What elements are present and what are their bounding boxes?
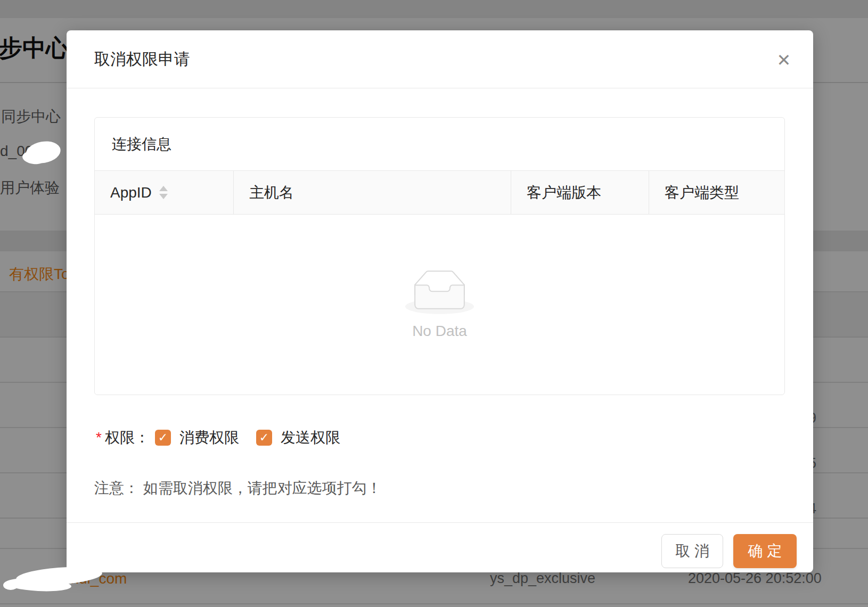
- panel-title: 连接信息: [95, 118, 784, 171]
- permission-label: 权限：: [105, 428, 150, 448]
- note-text: 注意： 如需取消权限，请把对应选项打勾！: [94, 478, 382, 498]
- column-header-appid[interactable]: AppID: [95, 171, 234, 214]
- redaction-scribble: [3, 580, 18, 590]
- confirm-button[interactable]: 确 定: [733, 534, 797, 568]
- checkbox-send-permission[interactable]: ✓: [256, 430, 272, 446]
- cancel-button[interactable]: 取 消: [661, 534, 723, 568]
- send-permission-label: 发送权限: [281, 428, 340, 448]
- cancel-permission-modal: 取消权限申请 ✕ 连接信息 AppID 主机名 客户端版本: [67, 30, 813, 572]
- connection-info-panel: 连接信息 AppID 主机名 客户端版本 客户端类型: [94, 117, 785, 395]
- empty-inbox-icon: [405, 270, 474, 314]
- column-header-client-type: 客户端类型: [649, 171, 784, 214]
- column-header-hostname: 主机名: [234, 171, 511, 214]
- caret-up-icon: [159, 186, 168, 191]
- modal-title: 取消权限申请: [94, 48, 190, 70]
- modal-footer: 取 消 确 定: [67, 522, 813, 572]
- close-icon[interactable]: ✕: [773, 50, 795, 71]
- required-asterisk: *: [96, 429, 102, 446]
- no-data-label: No Data: [412, 323, 467, 340]
- permission-form-row: * 权限： ✓ 消费权限 ✓ 发送权限: [96, 427, 340, 448]
- empty-table-body: No Data: [95, 215, 784, 395]
- column-header-client-version: 客户端版本: [511, 171, 649, 214]
- consume-permission-label: 消费权限: [179, 428, 239, 448]
- check-icon: ✓: [259, 432, 269, 444]
- check-icon: ✓: [158, 432, 168, 444]
- sort-caret-icon[interactable]: [159, 186, 168, 199]
- screen: 同步中心 同步中心 d_000 用户体验 有权限Topic 9 5 4 me_h…: [0, 0, 868, 607]
- modal-header: 取消权限申请: [67, 30, 813, 88]
- checkbox-consume-permission[interactable]: ✓: [155, 430, 171, 446]
- table-header-row: AppID 主机名 客户端版本 客户端类型: [95, 171, 784, 215]
- caret-down-icon: [159, 194, 168, 199]
